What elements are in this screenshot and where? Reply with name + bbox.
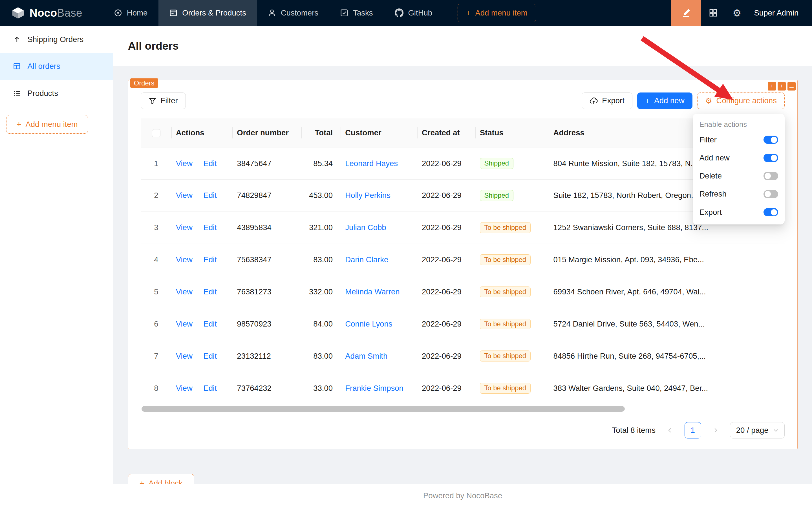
edit-link[interactable]: Edit	[203, 320, 217, 328]
logo-bold: Noco	[30, 7, 57, 19]
export-toggle[interactable]	[763, 208, 778, 216]
ui-editor-button[interactable]	[671, 0, 701, 26]
filter-button[interactable]: Filter	[141, 93, 186, 109]
customer-link[interactable]: Frankie Simpson	[345, 384, 403, 393]
created-at-cell: 2022-06-29	[417, 308, 476, 340]
delete-toggle[interactable]	[763, 172, 778, 180]
order-number-cell: 73764232	[233, 372, 302, 404]
navbar-right: ⚙ Super Admin	[671, 0, 812, 26]
view-link[interactable]: View	[176, 255, 192, 264]
home-icon	[114, 9, 122, 17]
export-button[interactable]: Export	[582, 93, 633, 109]
edit-link[interactable]: Edit	[203, 159, 217, 168]
customer-link[interactable]: Melinda Warren	[345, 287, 400, 296]
navbar-add-menu-item-button[interactable]: + Add menu item	[458, 4, 536, 22]
nav-item-tasks[interactable]: Tasks	[329, 0, 384, 26]
edit-link[interactable]: Edit	[203, 287, 217, 296]
row-index: 8	[154, 384, 158, 393]
edit-link[interactable]: Edit	[203, 255, 217, 264]
sidebar-item-shipping-orders[interactable]: Shipping Orders	[0, 26, 113, 53]
next-page-button[interactable]	[707, 422, 724, 439]
user-menu[interactable]: Super Admin	[749, 0, 812, 26]
edit-link[interactable]: Edit	[203, 384, 217, 393]
order-number-cell: 76381273	[233, 276, 302, 308]
dropdown-item-delete[interactable]: Delete	[693, 167, 785, 185]
address-cell: 84856 Hirthe Run, Suite 268, 94754-6705,…	[549, 340, 785, 372]
table-row: 7 ViewEdit 23132112 83.00 Adam Smith 202…	[141, 340, 785, 372]
previous-page-button[interactable]	[662, 422, 678, 439]
initializer-plus-icon[interactable]: +	[777, 82, 786, 90]
row-index: 2	[154, 191, 158, 200]
dropdown-item-filter[interactable]: Filter	[693, 130, 785, 149]
horizontal-scrollbar-track	[141, 406, 785, 412]
settings-gear-icon[interactable]: ⚙	[725, 0, 749, 26]
drag-handle-icon[interactable]: +	[768, 82, 776, 90]
horizontal-scrollbar-thumb[interactable]	[141, 406, 625, 412]
designer-menu-icon[interactable]: ☰	[788, 82, 796, 90]
sidebar-item-products[interactable]: Products	[0, 80, 113, 107]
created-at-cell: 2022-06-29	[417, 148, 476, 180]
status-tag: To be shipped	[480, 222, 531, 233]
edit-link[interactable]: Edit	[203, 191, 217, 200]
view-link[interactable]: View	[176, 384, 192, 393]
nav-item-orders-products[interactable]: Orders & Products	[159, 0, 257, 26]
created-at-cell: 2022-06-29	[417, 340, 476, 372]
customer-link[interactable]: Connie Lyons	[345, 320, 392, 328]
total-cell: 84.00	[302, 308, 341, 340]
list-icon	[13, 90, 21, 97]
edit-link[interactable]: Edit	[203, 223, 217, 232]
nav-item-home[interactable]: Home	[103, 0, 159, 26]
created-at-cell: 2022-06-29	[417, 244, 476, 276]
customer-link[interactable]: Darin Clarke	[345, 255, 388, 264]
total-cell: 85.34	[302, 148, 341, 180]
dropdown-item-export[interactable]: Export	[693, 203, 785, 221]
plugins-grid-icon[interactable]	[701, 0, 725, 26]
table-row: 6 ViewEdit 98570923 84.00 Connie Lyons 2…	[141, 308, 785, 340]
dropdown-item-refresh[interactable]: Refresh	[693, 185, 785, 203]
refresh-toggle[interactable]	[763, 190, 778, 198]
address-cell: 015 Margie Mission, Apt. 093, 34936, Ebe…	[549, 244, 785, 276]
view-link[interactable]: View	[176, 287, 192, 296]
enable-actions-dropdown: Enable actions Filter Add new Delete	[693, 114, 785, 224]
column-header-actions: Actions	[172, 118, 233, 148]
add-new-button[interactable]: + Add new	[637, 93, 692, 109]
page-number-button[interactable]: 1	[685, 422, 701, 439]
table-row: 3 ViewEdit 43895834 321.00 Julian Cobb 2…	[141, 212, 785, 244]
page-size-select[interactable]: 20 / page	[730, 422, 785, 439]
configure-actions-button[interactable]: ⚙ Configure actions	[697, 93, 785, 109]
filter-toggle[interactable]	[763, 135, 778, 144]
block-collection-tag: Orders	[130, 78, 158, 88]
customer-link[interactable]: Adam Smith	[345, 352, 387, 360]
view-link[interactable]: View	[176, 223, 192, 232]
customer-link[interactable]: Leonard Hayes	[345, 159, 398, 168]
action-divider	[198, 321, 198, 328]
add-new-toggle[interactable]	[763, 154, 778, 162]
customer-link[interactable]: Julian Cobb	[345, 223, 386, 232]
view-link[interactable]: View	[176, 191, 192, 200]
app-window: NocoBase Home Orders & Products Customer…	[0, 0, 812, 507]
nav-item-customers[interactable]: Customers	[257, 0, 329, 26]
nav-item-github[interactable]: GitHub	[384, 0, 443, 26]
sidebar-item-all-orders[interactable]: All orders	[0, 53, 113, 80]
select-all-checkbox[interactable]	[152, 129, 160, 137]
view-link[interactable]: View	[176, 352, 192, 360]
sidebar-add-menu-item-button[interactable]: + Add menu item	[6, 115, 88, 134]
table-toolbar: Filter Export + Add new	[141, 93, 785, 109]
view-link[interactable]: View	[176, 320, 192, 328]
add-menu-item-label: Add menu item	[475, 8, 527, 17]
dropdown-item-label: Export	[699, 208, 722, 217]
page-header: All orders	[113, 26, 812, 66]
action-divider	[198, 160, 198, 168]
page-title: All orders	[128, 40, 179, 52]
gear-icon: ⚙	[705, 96, 712, 106]
customer-link[interactable]: Holly Perkins	[345, 191, 391, 200]
row-index: 7	[154, 352, 158, 360]
table-row: 1 ViewEdit 38475647 85.34 Leonard Hayes …	[141, 148, 785, 180]
toolbar-right: Export + Add new ⚙ Configure actions	[582, 93, 785, 109]
total-cell: 453.00	[302, 179, 341, 212]
view-link[interactable]: View	[176, 159, 192, 168]
nocobase-logo[interactable]: NocoBase	[0, 0, 93, 26]
edit-link[interactable]: Edit	[203, 352, 217, 360]
dropdown-item-add-new[interactable]: Add new	[693, 149, 785, 167]
configure-actions-label: Configure actions	[716, 96, 777, 105]
